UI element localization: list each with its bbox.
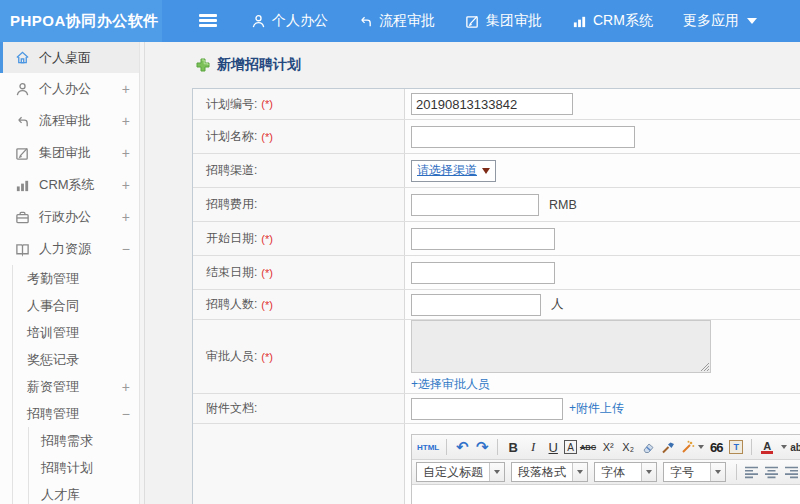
paragraph-format-dropdown[interactable]: 段落格式 [511, 462, 588, 482]
clean-format-button[interactable] [659, 437, 677, 457]
sidebar-item-crm[interactable]: CRM系统 + [0, 169, 144, 201]
sidebar-item-hr-contract[interactable]: 人事合同 [13, 292, 144, 319]
eraser-button[interactable] [639, 437, 657, 457]
font-size-dropdown[interactable]: 字号 [663, 462, 726, 482]
align-left-button[interactable] [743, 462, 761, 482]
chevron-down-icon [577, 470, 583, 474]
sidebar-item-salary[interactable]: 薪资管理 + [13, 373, 144, 400]
format-painter-button[interactable] [679, 437, 705, 457]
dropdown-value: 字体 [595, 463, 641, 481]
form-row-approvers: 审批人员: (*) +选择审批人员 [193, 320, 800, 394]
field-label: 附件文档: [193, 394, 405, 423]
headcount-input[interactable] [411, 294, 541, 316]
nav-more-apps[interactable]: 更多应用 [668, 0, 772, 42]
superscript-button[interactable]: X² [599, 437, 617, 457]
sidebar-item-recruit-mgmt[interactable]: 招聘管理 − [13, 400, 144, 427]
attachment-input[interactable] [411, 398, 563, 420]
sidebar-item-label: CRM系统 [39, 176, 95, 194]
hamburger-menu-icon[interactable] [198, 14, 218, 28]
chevron-down-icon [747, 18, 757, 24]
fee-input[interactable] [411, 194, 539, 216]
expand-icon[interactable]: + [122, 81, 130, 97]
required-mark: (*) [261, 98, 273, 110]
sidebar-scrollbar[interactable] [139, 42, 144, 504]
undo-button[interactable]: ↶ [453, 437, 471, 457]
font-border-button[interactable]: A [564, 440, 577, 454]
attachment-upload-link[interactable]: +附件上传 [569, 400, 624, 417]
expand-icon[interactable]: + [122, 145, 130, 161]
select-arrow-icon [482, 168, 490, 174]
app-logo[interactable]: PHPOA协同办公软件 [0, 0, 162, 42]
book-icon [15, 242, 30, 257]
plan-no-input[interactable] [411, 93, 573, 115]
field-label: 结束日期: (*) [193, 256, 405, 289]
blockquote-button[interactable]: 66 [707, 437, 725, 457]
expand-icon[interactable]: − [122, 241, 130, 257]
form-row-headcount: 招聘人数: (*) 人 [193, 290, 800, 320]
nav-crm-system[interactable]: CRM系统 [557, 0, 668, 42]
required-mark: (*) [261, 267, 273, 279]
redo-button[interactable]: ↷ [473, 437, 491, 457]
font-color-button[interactable]: A [758, 437, 776, 457]
underline-button[interactable]: U [544, 437, 562, 457]
edit-icon [465, 14, 480, 29]
field-label: 计划编号: (*) [193, 89, 405, 119]
end-date-input[interactable] [411, 262, 555, 284]
sidebar-item-label: 奖惩记录 [27, 352, 79, 367]
sidebar-item-hr[interactable]: 人力资源 − [0, 233, 144, 265]
bar-chart-icon [15, 178, 30, 193]
start-date-input[interactable] [411, 228, 555, 250]
align-right-button[interactable] [783, 462, 800, 482]
sidebar-item-rewards[interactable]: 奖惩记录 [13, 346, 144, 373]
expand-icon[interactable]: − [122, 400, 130, 427]
field-label: 招聘人数: (*) [193, 290, 405, 319]
sidebar-item-training[interactable]: 培训管理 [13, 319, 144, 346]
sidebar-item-attendance[interactable]: 考勤管理 [13, 265, 144, 292]
subscript-button[interactable]: X₂ [619, 437, 637, 457]
align-center-button[interactable] [763, 462, 781, 482]
form-row-plan-name: 计划名称: (*) [193, 120, 800, 154]
sidebar-item-talent-pool[interactable]: 人才库 [29, 481, 144, 504]
nav-workflow-approval[interactable]: 流程审批 [343, 0, 450, 42]
sidebar-item-label: 招聘管理 [27, 406, 79, 421]
approvers-textarea[interactable] [411, 320, 711, 373]
expand-icon[interactable]: + [122, 209, 130, 225]
nav-group-approval[interactable]: 集团审批 [450, 0, 557, 42]
plan-name-input[interactable] [411, 126, 635, 148]
heading-style-dropdown[interactable]: 自定义标题 [416, 462, 505, 482]
strikethrough-button[interactable]: ABC [579, 437, 597, 457]
sidebar-item-personal-office[interactable]: 个人办公 + [0, 73, 144, 105]
flow-arrow-icon [15, 114, 30, 129]
highlight-button[interactable]: ab [789, 437, 800, 457]
sidebar-item-admin-office[interactable]: 行政办公 + [0, 201, 144, 233]
font-family-dropdown[interactable]: 字体 [594, 462, 657, 482]
html-source-button[interactable]: HTML [416, 437, 440, 457]
fee-unit: RMB [549, 198, 577, 212]
sidebar-item-workflow-approval[interactable]: 流程审批 + [0, 105, 144, 137]
nav-personal-office[interactable]: 个人办公 [236, 0, 343, 42]
sidebar-item-recruit-demand[interactable]: 招聘需求 [29, 427, 144, 454]
channel-select[interactable]: 请选择渠道 [411, 160, 496, 182]
dropdown-value: 字号 [664, 463, 710, 481]
dropdown-arrow [572, 463, 587, 481]
italic-button[interactable]: I [524, 437, 542, 457]
editor-content-area[interactable] [412, 485, 800, 504]
form-row-channel: 招聘渠道: 请选择渠道 [193, 154, 800, 188]
bold-button[interactable]: B [504, 437, 522, 457]
expand-icon[interactable]: + [122, 373, 130, 400]
expand-icon[interactable]: + [122, 113, 130, 129]
expand-icon[interactable]: + [122, 177, 130, 193]
home-icon [15, 50, 30, 65]
chevron-down-icon [781, 445, 787, 449]
paste-as-text-button[interactable]: T [727, 437, 745, 457]
sidebar-item-label: 人事合同 [27, 298, 79, 313]
magic-wand-icon [680, 440, 695, 454]
sidebar-item-group-approval[interactable]: 集团审批 + [0, 137, 144, 169]
sidebar-item-recruit-plan[interactable]: 招聘计划 [29, 454, 144, 481]
sidebar-item-desktop[interactable]: 个人桌面 [0, 42, 144, 73]
recruitment-plan-form: 计划编号: (*) 计划名称: (*) [192, 88, 800, 504]
resize-grip-icon[interactable] [700, 362, 709, 371]
select-approvers-link[interactable]: +选择审批人员 [411, 376, 490, 393]
sidebar-item-label: 个人办公 [39, 80, 91, 98]
nav-label: 个人办公 [272, 12, 328, 30]
